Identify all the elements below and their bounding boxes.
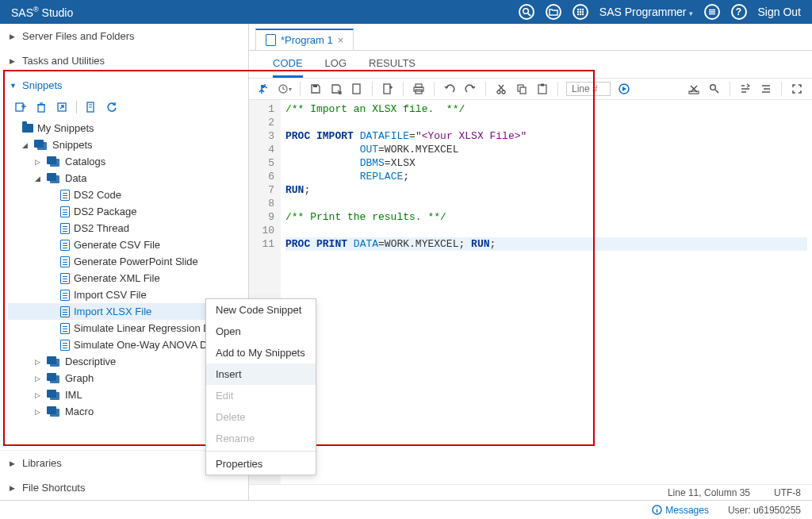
- toolbar-divider: [76, 101, 77, 113]
- subtab-log[interactable]: LOG: [325, 57, 347, 78]
- stack-icon: [47, 390, 61, 401]
- close-icon[interactable]: ×: [338, 34, 344, 46]
- panel-shortcuts[interactable]: ▶File Shortcuts: [0, 475, 248, 500]
- menu-item-add-to-my-snippets[interactable]: Add to My Snippets: [206, 342, 316, 363]
- messages-link[interactable]: Messages: [652, 505, 709, 516]
- subtab-code[interactable]: CODE: [273, 57, 303, 78]
- help-icon[interactable]: ?: [731, 4, 747, 20]
- subtab-results[interactable]: RESULTS: [369, 57, 416, 78]
- panel-snippets-label: Snippets: [22, 79, 63, 91]
- folder-icon: [22, 124, 33, 133]
- user-label: User: u61950255: [728, 505, 801, 516]
- content-area: *Program 1 × CODE LOG RESULTS ▾: [249, 24, 812, 500]
- subtab-strip: CODE LOG RESULTS: [249, 51, 812, 78]
- file-icon: [60, 256, 70, 267]
- tree-data-item[interactable]: Generate XML File: [8, 270, 248, 286]
- tree-my-snippets[interactable]: My Snippets: [8, 120, 248, 136]
- svg-point-7: [582, 11, 584, 13]
- tree-data-item[interactable]: Generate PowerPoint Slide: [8, 253, 248, 270]
- file-icon: [60, 206, 70, 217]
- cursor-position: Line 11, Column 35: [668, 487, 750, 498]
- menu-item-insert[interactable]: Insert: [206, 363, 316, 385]
- edit-snippet-icon[interactable]: [85, 101, 98, 113]
- file-icon: [60, 190, 70, 201]
- open-folder-icon[interactable]: [546, 4, 561, 20]
- menu-item-edit: Edit: [206, 385, 316, 406]
- file-icon: [60, 306, 70, 317]
- tree-catalogs[interactable]: ▷Catalogs: [8, 153, 248, 170]
- tree-data-item[interactable]: DS2 Thread: [8, 220, 248, 236]
- undo-icon[interactable]: [442, 82, 457, 96]
- open-external-icon[interactable]: [56, 101, 68, 113]
- add-to-snippets-icon[interactable]: [381, 82, 395, 96]
- stack-icon: [47, 173, 61, 184]
- toggle-comment-icon[interactable]: [759, 82, 773, 96]
- role-menu[interactable]: SAS Programmer: [599, 6, 693, 18]
- maximize-icon[interactable]: [790, 82, 804, 96]
- file-icon: [266, 34, 276, 46]
- code-editor[interactable]: 1234567891011 /** Import an XLSX file. *…: [249, 100, 812, 484]
- history-icon[interactable]: ▾: [278, 82, 292, 96]
- panel-files[interactable]: ▶Server Files and Folders: [0, 24, 248, 48]
- svg-rect-14: [16, 103, 23, 111]
- copy-icon[interactable]: [515, 82, 529, 96]
- svg-rect-45: [689, 91, 699, 94]
- panel-tasks[interactable]: ▶Tasks and Utilities: [0, 48, 248, 73]
- print-icon[interactable]: [412, 82, 426, 96]
- app-status-bar: Messages User: u61950255: [0, 500, 812, 519]
- stack-icon: [47, 406, 61, 417]
- stack-icon: [47, 373, 61, 384]
- paste-icon[interactable]: [535, 82, 550, 96]
- cut-icon[interactable]: [494, 82, 508, 96]
- goto-line-input[interactable]: [566, 82, 611, 96]
- add-shortcut-icon[interactable]: [14, 101, 27, 113]
- redo-icon[interactable]: [463, 82, 477, 96]
- tree-snippets-root[interactable]: ◢Snippets: [8, 136, 248, 153]
- editor-status: Line 11, Column 35 UTF-8: [249, 484, 812, 500]
- new-program-icon[interactable]: [350, 82, 364, 96]
- svg-line-47: [715, 90, 718, 93]
- tree-data-item[interactable]: Generate CSV File: [8, 236, 248, 253]
- refresh-icon[interactable]: [105, 101, 118, 113]
- tree-data-item[interactable]: DS2 Package: [8, 203, 248, 220]
- context-menu: New Code SnippetOpenAdd to My SnippetsIn…: [205, 298, 316, 475]
- find-icon[interactable]: [707, 82, 722, 96]
- svg-rect-28: [384, 84, 390, 94]
- format-code-icon[interactable]: [738, 82, 753, 96]
- svg-point-3: [580, 9, 581, 10]
- tab-program1[interactable]: *Program 1 ×: [255, 29, 354, 50]
- file-icon: [60, 240, 70, 251]
- svg-point-34: [497, 90, 500, 94]
- save-icon[interactable]: [308, 82, 323, 96]
- svg-point-35: [502, 90, 505, 94]
- menu-item-properties[interactable]: Properties: [206, 453, 316, 475]
- menu-item-open[interactable]: Open: [206, 321, 316, 342]
- menu-item-new-code-snippet[interactable]: New Code Snippet: [206, 299, 316, 321]
- file-icon: [60, 323, 70, 334]
- clear-icon[interactable]: [687, 82, 701, 96]
- title-bar: SAS® Studio SAS Programmer ? Sign Out: [0, 0, 812, 24]
- stack-icon: [47, 156, 61, 167]
- panel-snippets[interactable]: ▼Snippets: [0, 73, 248, 98]
- menu-item-rename: Rename: [206, 428, 316, 449]
- editor-toolbar: ▾: [249, 78, 812, 100]
- run-icon[interactable]: [257, 82, 271, 96]
- search-icon[interactable]: [519, 4, 534, 20]
- tab-strip: *Program 1 ×: [249, 24, 812, 51]
- panel-libraries-label: Libraries: [22, 457, 62, 469]
- panel-tasks-label: Tasks and Utilities: [22, 55, 105, 67]
- code-content[interactable]: /** Import an XLSX file. **/ PROC IMPORT…: [281, 100, 812, 484]
- svg-point-5: [577, 11, 579, 13]
- sign-out-link[interactable]: Sign Out: [758, 6, 801, 18]
- tree-data-item[interactable]: DS2 Code: [8, 186, 248, 203]
- apps-grid-icon[interactable]: [573, 4, 588, 20]
- save-as-icon[interactable]: [329, 82, 343, 96]
- file-icon: [60, 340, 70, 351]
- svg-rect-40: [538, 85, 546, 94]
- tree-data[interactable]: ◢Data: [8, 170, 248, 186]
- svg-rect-26: [313, 85, 317, 87]
- more-menu-icon[interactable]: [704, 4, 720, 20]
- goto-line-go-icon[interactable]: [617, 82, 631, 96]
- delete-icon[interactable]: [35, 101, 48, 113]
- file-icon: [60, 290, 70, 301]
